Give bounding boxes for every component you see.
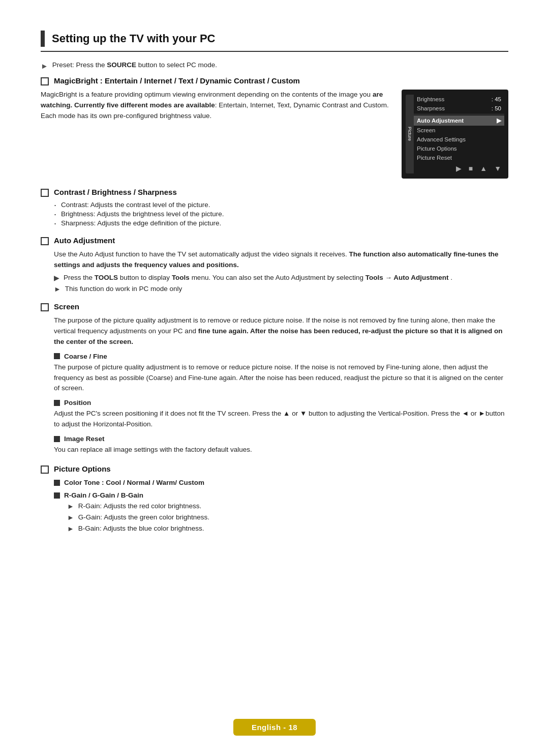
gain-header: R-Gain / G-Gain / B-Gain <box>54 491 508 499</box>
coarse-fine-accent <box>54 353 60 359</box>
footer-text: English - 18 <box>252 723 297 732</box>
bgain-note: ► B-Gain: Adjusts the blue color brightn… <box>67 525 508 533</box>
section-magicbright: MagicBright : Entertain / Internet / Tex… <box>41 76 508 179</box>
contrast-bullet-2: Brightness: Adjusts the brightness level… <box>54 210 508 218</box>
screen-checkbox <box>41 303 49 311</box>
rgain-note: ► R-Gain: Adjusts the red color brightne… <box>67 502 508 510</box>
section-screen: Screen The purpose of the picture qualit… <box>41 302 508 455</box>
page-footer: English - 18 <box>0 719 549 736</box>
picture-options-header: Picture Options <box>41 464 508 474</box>
section-contrast: Contrast / Brightness / Sharpness Contra… <box>41 188 508 227</box>
tv-menu-brightness: Brightness: 45 <box>414 95 504 104</box>
autoadjust-note1-text: Press the TOOLS button to display Tools … <box>64 274 452 281</box>
image-reset-title: Image Reset <box>64 435 105 443</box>
section-picture-options: Picture Options Color Tone : Cool / Norm… <box>41 464 508 533</box>
tv-menu-icons: ▶ ■ ▲ ▼ <box>414 162 504 173</box>
contrast-checkbox <box>41 189 49 197</box>
ggain-note: ► G-Gain: Adjusts the green color bright… <box>67 513 508 521</box>
magicbright-content: MagicBright is a feature providing optim… <box>41 90 508 179</box>
tv-menu-screenshot: Picture Brightness: 45 Sharpness: 50 Aut… <box>402 90 508 179</box>
contrast-bullet-3: Sharpness: Adjusts the edge definition o… <box>54 219 508 227</box>
screen-title: Screen <box>54 302 79 311</box>
tv-menu-advanced: Advanced Settings <box>414 135 504 144</box>
tv-side-tab: Picture <box>406 95 414 173</box>
title-accent <box>41 31 45 47</box>
picture-options-checkbox <box>41 466 49 474</box>
autoadjust-para1: Use the Auto Adjust function to have the… <box>54 249 508 271</box>
autoadjust-note2: ► This function do work in PC mode only <box>54 285 508 293</box>
coarse-fine-title: Coarse / Fine <box>64 353 107 360</box>
screen-header: Screen <box>41 302 508 311</box>
color-tone-title: Color Tone : Cool / Normal / Warm/ Custo… <box>64 479 204 486</box>
tv-menu-autoadjust: Auto Adjustment▶ <box>414 115 504 126</box>
gain-title: R-Gain / G-Gain / B-Gain <box>64 491 143 499</box>
picture-options-title: Picture Options <box>54 464 111 473</box>
autoadjust-content: Use the Auto Adjust function to have the… <box>54 249 508 293</box>
contrast-header: Contrast / Brightness / Sharpness <box>41 188 508 197</box>
tv-icon4: ▼ <box>494 164 501 172</box>
gain-accent <box>54 492 60 499</box>
contrast-bullets: Contrast: Adjusts the contrast level of … <box>54 201 508 227</box>
screen-para1: The purpose of the picture quality adjus… <box>54 315 508 347</box>
autoadjust-note2-text: This function do work in PC mode only <box>65 285 182 293</box>
autoadjust-title: Auto Adjustment <box>54 236 115 245</box>
ggain-icon: ► <box>67 513 74 521</box>
bgain-icon: ► <box>67 525 74 533</box>
magicbright-checkbox <box>41 77 49 85</box>
ggain-text: G-Gain: Adjusts the green color brightne… <box>78 513 209 521</box>
color-tone-accent <box>54 480 60 486</box>
autoadjust-note1: ▶ Press the TOOLS button to display Tool… <box>54 274 508 282</box>
tv-icon3: ▲ <box>480 164 487 172</box>
contrast-content: Contrast: Adjusts the contrast level of … <box>54 201 508 227</box>
color-tone-header: Color Tone : Cool / Normal / Warm/ Custo… <box>54 479 508 486</box>
image-reset-header: Image Reset <box>54 435 508 443</box>
position-text: Adjust the PC's screen positioning if it… <box>54 409 508 430</box>
position-accent <box>54 400 60 406</box>
autoadjust-checkbox <box>41 237 49 245</box>
contrast-title: Contrast / Brightness / Sharpness <box>54 188 177 196</box>
tv-icon2: ■ <box>469 164 473 172</box>
tv-menu-pictureoptions: Picture Options <box>414 144 504 153</box>
page-title-bar: Setting up the TV with your PC <box>41 31 508 52</box>
section-autoadjust: Auto Adjustment Use the Auto Adjust func… <box>41 236 508 293</box>
coarse-fine-text: The purpose of picture quality adjustmen… <box>54 362 508 394</box>
autoadjust-header: Auto Adjustment <box>41 236 508 245</box>
page-title: Setting up the TV with your PC <box>52 32 215 45</box>
magicbright-title: MagicBright : Entertain / Internet / Tex… <box>54 76 300 85</box>
tv-menu-wrapper: Picture Brightness: 45 Sharpness: 50 Aut… <box>406 95 504 173</box>
tv-menu-picturereset: Picture Reset <box>414 153 504 162</box>
preset-text: Preset: Press the SOURCE button to selec… <box>52 61 217 69</box>
tools-icon: ▶ <box>54 274 59 282</box>
preset-icon: ► <box>41 62 48 70</box>
tv-menu-main: Brightness: 45 Sharpness: 50 Auto Adjust… <box>414 95 504 173</box>
position-title: Position <box>64 399 91 406</box>
tv-icon1: ▶ <box>456 164 462 172</box>
tv-menu-sep <box>414 114 504 114</box>
bgain-text: B-Gain: Adjusts the blue color brightnes… <box>78 525 204 532</box>
rgain-icon: ► <box>67 502 74 510</box>
image-reset-text: You can replace all image settings with … <box>54 445 508 455</box>
footer-badge: English - 18 <box>233 719 316 736</box>
tv-menu-sharpness: Sharpness: 50 <box>414 104 504 113</box>
magicbright-text: MagicBright is a feature providing optim… <box>41 90 389 125</box>
image-reset-accent <box>54 436 60 442</box>
note2-icon: ► <box>54 285 61 293</box>
magicbright-header: MagicBright : Entertain / Internet / Tex… <box>41 76 508 85</box>
tv-menu-screen: Screen <box>414 126 504 135</box>
magicbright-para: MagicBright is a feature providing optim… <box>41 90 389 122</box>
picture-options-content: Color Tone : Cool / Normal / Warm/ Custo… <box>54 479 508 533</box>
coarse-fine-header: Coarse / Fine <box>54 353 508 360</box>
rgain-text: R-Gain: Adjusts the red color brightness… <box>78 502 201 510</box>
preset-note: ► Preset: Press the SOURCE button to sel… <box>41 61 508 70</box>
contrast-bullet-1: Contrast: Adjusts the contrast level of … <box>54 201 508 209</box>
position-header: Position <box>54 399 508 406</box>
screen-content: The purpose of the picture quality adjus… <box>54 315 508 455</box>
